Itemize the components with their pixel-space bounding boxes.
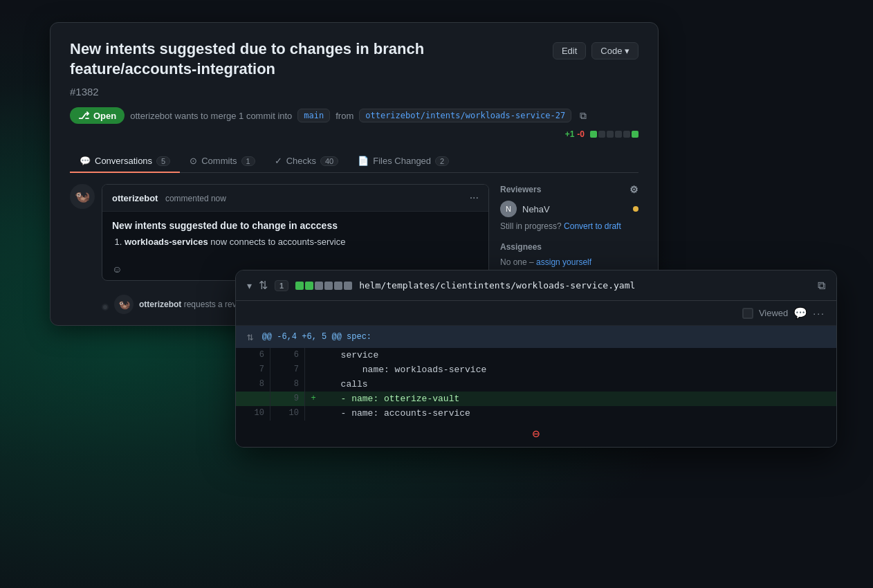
copy-branch-button[interactable]: ⧉ bbox=[577, 109, 589, 123]
line-num-old-10: 10 bbox=[236, 406, 270, 421]
tab-checks[interactable]: ✓ Checks 40 bbox=[265, 150, 349, 173]
diff-block-gray-2 bbox=[607, 131, 614, 138]
diff-line-6: 6 6 service bbox=[236, 348, 836, 362]
tab-files-changed[interactable]: 📄 Files Changed 2 bbox=[348, 150, 459, 173]
comment-title: New intents suggested due to change in a… bbox=[112, 220, 479, 231]
diff-file-block-gray-1 bbox=[315, 282, 323, 290]
line-num-new-10: 10 bbox=[270, 406, 305, 421]
diff-hunk-header: ⇅ @@ -6,4 +6, 5 @@ spec: bbox=[236, 326, 836, 348]
comment-author-row: otterizebot commented now bbox=[112, 192, 226, 204]
line-num-new-9: 9 bbox=[270, 392, 305, 406]
line-code-7: name: workloads-service bbox=[322, 362, 836, 377]
diff-file-count: 1 bbox=[275, 280, 288, 291]
comment-header: otterizebot commented now ··· bbox=[102, 185, 488, 212]
pr-number: #1382 bbox=[70, 86, 638, 98]
diff-file-block-green bbox=[295, 282, 304, 290]
branch-main[interactable]: main bbox=[297, 109, 330, 122]
diff-blocks bbox=[590, 131, 638, 138]
line-num-old-9 bbox=[236, 392, 270, 406]
assignees-label: Assignees bbox=[500, 242, 638, 252]
line-sign-8 bbox=[305, 377, 322, 392]
reviewer-name: NehaV bbox=[522, 204, 550, 214]
diff-line-8: 8 8 calls bbox=[236, 377, 836, 392]
commits-icon: ⊙ bbox=[190, 156, 197, 166]
checks-count: 40 bbox=[320, 156, 338, 166]
diff-block-green-2 bbox=[632, 131, 638, 138]
line-code-8: calls bbox=[322, 377, 836, 392]
diff-copy-button[interactable]: ⧉ bbox=[818, 279, 825, 292]
assignees-text: Assignees bbox=[500, 242, 542, 252]
branch-source[interactable]: otterizebot/intents/workloads-service-27 bbox=[359, 109, 571, 122]
reviewer-row: N NehaV bbox=[500, 201, 638, 217]
diff-expand-icon: ⇅ bbox=[259, 279, 268, 292]
pr-title: New intents suggested due to changes in … bbox=[70, 39, 542, 79]
comment-author: otterizebot bbox=[112, 193, 158, 203]
diff-file-block-green-2 bbox=[305, 282, 313, 290]
still-in-progress-text: Still in progress? Convert to draft bbox=[500, 221, 638, 231]
comment-block: otterizebot commented now ··· New intent… bbox=[102, 184, 489, 281]
avatar-emoji: 🦦 bbox=[75, 189, 90, 204]
tab-conversations[interactable]: 💬 Conversations 5 bbox=[70, 150, 180, 173]
assign-yourself-link[interactable]: assign yourself bbox=[536, 257, 591, 267]
reviewer-avatar: N bbox=[500, 201, 517, 217]
diff-file-path: helm/templates/clientintents/workloads-s… bbox=[359, 280, 811, 291]
files-changed-icon: 📄 bbox=[358, 156, 369, 166]
reviewer-status-dot bbox=[633, 206, 638, 212]
tab-commits[interactable]: ⊙ Commits 1 bbox=[180, 150, 264, 173]
timeline-dot bbox=[102, 304, 109, 311]
code-button[interactable]: Code ▾ bbox=[591, 42, 638, 59]
diff-collapse-button[interactable]: ▾ bbox=[247, 280, 252, 291]
diff-comment-button[interactable]: 💬 bbox=[793, 306, 807, 320]
chevron-down-icon: ▾ bbox=[247, 280, 252, 291]
emoji-react-button[interactable]: ☺ bbox=[112, 264, 122, 275]
files-changed-label: Files Changed bbox=[373, 156, 431, 166]
commits-count: 1 bbox=[241, 156, 255, 166]
diff-footer-icon: ⊖ bbox=[533, 426, 540, 441]
reviewers-label: Reviewers ⚙ bbox=[500, 184, 638, 195]
comment-menu-icon[interactable]: ··· bbox=[470, 192, 479, 204]
pr-from-text: from bbox=[336, 111, 353, 121]
comment-body: New intents suggested due to change in a… bbox=[102, 212, 488, 258]
line-sign-7 bbox=[305, 362, 322, 377]
diff-file-block-gray-3 bbox=[334, 282, 342, 290]
diff-block-gray-3 bbox=[615, 131, 622, 138]
status-badge: ⎇ Open bbox=[70, 107, 125, 124]
diff-line-9-added: 9 + - name: otterize-vault bbox=[236, 392, 836, 406]
diff-line-10: 10 10 - name: accounts-service bbox=[236, 406, 836, 421]
line-num-old-6: 6 bbox=[236, 348, 270, 362]
no-one-text: No one bbox=[500, 257, 527, 267]
diff-minus: -0 bbox=[577, 129, 585, 139]
tabs-row: 💬 Conversations 5 ⊙ Commits 1 ✓ Checks 4… bbox=[70, 150, 638, 173]
line-num-new-7: 7 bbox=[270, 362, 305, 377]
merge-icon: ⎇ bbox=[78, 110, 89, 121]
line-code-10: - name: accounts-service bbox=[322, 406, 836, 421]
diff-block-green bbox=[590, 131, 597, 138]
diff-more-button[interactable]: ··· bbox=[813, 308, 825, 319]
comment-list: workloads-services now connects to accou… bbox=[112, 237, 479, 247]
still-in-progress-label: Still in progress? bbox=[500, 221, 562, 231]
diff-block-gray-1 bbox=[598, 131, 605, 138]
commits-label: Commits bbox=[201, 156, 237, 166]
diff-file-block-gray-4 bbox=[344, 282, 352, 290]
diff-footer: ⊖ bbox=[236, 421, 836, 447]
conversations-label: Conversations bbox=[95, 156, 152, 166]
checks-label: Checks bbox=[286, 156, 316, 166]
viewed-checkbox[interactable] bbox=[742, 308, 753, 319]
viewed-label: Viewed bbox=[759, 308, 788, 318]
line-sign-6 bbox=[305, 348, 322, 362]
line-code-9: - name: otterize-vault bbox=[322, 392, 836, 406]
line-sign-9: + bbox=[305, 392, 322, 406]
pr-meta-text: otterizebot wants to merge 1 commit into bbox=[130, 111, 292, 121]
gear-icon[interactable]: ⚙ bbox=[630, 184, 638, 195]
diff-file-blocks bbox=[295, 282, 352, 290]
comment-time: commented now bbox=[165, 194, 226, 203]
conversations-count: 5 bbox=[156, 156, 170, 166]
convert-to-draft-link[interactable]: Convert to draft bbox=[564, 221, 621, 231]
diff-line-7: 7 7 name: workloads-service bbox=[236, 362, 836, 377]
diff-plus: +1 bbox=[565, 129, 575, 139]
assignee-text: No one – assign yourself bbox=[500, 257, 638, 267]
workloads-services-text: workloads-services bbox=[125, 237, 208, 247]
diff-file-header: ▾ ⇅ 1 helm/templates/clientintents/workl… bbox=[236, 270, 836, 301]
edit-button[interactable]: Edit bbox=[553, 42, 586, 59]
assign-separator: – bbox=[529, 257, 534, 267]
